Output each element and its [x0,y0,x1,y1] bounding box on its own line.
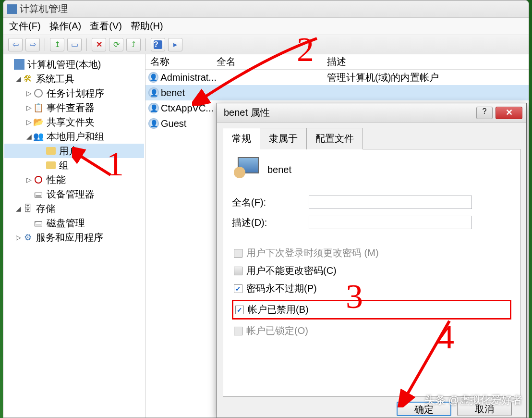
tabs: 常规 隶属于 配置文件 [223,128,520,149]
tree-label: 系统工具 [36,73,74,86]
storage-icon: 🗄 [23,203,33,214]
description-row: 描述(D): [232,216,511,229]
separator [86,38,87,51]
refresh-button[interactable]: ⟳ [109,38,123,51]
folder-up-icon: ↥ [54,40,60,49]
user-icon: 👤 [148,72,158,83]
tree-label: 本地用户和组 [47,130,104,143]
tree-groups[interactable]: 组 [4,158,144,172]
dialog-help-button[interactable]: ? [476,107,493,119]
fullname-label: 全名(F): [232,196,309,209]
users-group-icon: 👥 [33,131,44,142]
properties-button[interactable]: ▸ [168,38,182,51]
list-row-administrator[interactable]: 👤Administrat... 管理计算机(域)的内置帐户 [145,70,529,85]
watermark-text: 头条 @虚拟化爱好者 [424,393,522,407]
expander-icon[interactable]: ▷ [25,118,32,126]
tree-storage[interactable]: ◢ 🗄 存储 [4,201,144,216]
dialog-close-button[interactable]: ✕ [496,107,522,119]
delete-icon: ✕ [96,40,102,49]
export-icon: ⤴ [132,40,135,49]
tree-root[interactable]: 计算机管理(本地) [4,57,144,72]
col-fullname[interactable]: 全名 [217,55,327,68]
menu-help[interactable]: 帮助(H) [131,20,163,33]
user-icon: 👤 [148,87,159,98]
checkbox-label: 密码永不过期(P) [246,282,317,295]
shared-icon: 📂 [33,117,44,127]
description-label: 描述(D): [232,216,309,229]
dialog-body: 常规 隶属于 配置文件 benet 全名(F): 描述(D): [217,123,526,418]
help-icon: ? [154,40,162,49]
checkbox-icon [234,249,242,258]
dialog-titlebar[interactable]: benet 属性 ? ✕ [217,103,526,123]
tab-memberof[interactable]: 隶属于 [260,128,307,149]
fullname-input[interactable] [309,196,472,209]
user-avatar-icon [234,157,259,182]
expander-icon[interactable]: ◢ [25,133,32,140]
folder-icon [46,160,56,171]
help-button[interactable]: ? [151,38,165,51]
separator [145,38,146,51]
tree-label: 设备管理器 [47,188,95,201]
col-description[interactable]: 描述 [327,55,529,68]
expander-icon[interactable]: ▷ [25,176,32,184]
delete-button[interactable]: ✕ [92,38,106,51]
tree-disk-management[interactable]: 🖴 磁盘管理 [4,216,144,230]
app-icon [7,4,17,14]
window-title: 计算机管理 [20,2,68,15]
tree-label: 计算机管理(本地) [27,58,101,71]
list-row-benet[interactable]: 👤benet [145,85,529,100]
help-icon: ? [483,107,487,115]
col-name[interactable]: 名称 [145,55,217,68]
tree-services-apps[interactable]: ▷ ⚙ 服务和应用程序 [4,230,144,245]
close-icon: ✕ [506,108,513,117]
row-name: Guest [161,118,186,129]
tab-profile[interactable]: 配置文件 [306,128,363,149]
fullname-row: 全名(F): [232,196,511,209]
disk-icon: 🖴 [33,218,44,228]
expander-icon[interactable]: ▷ [25,104,32,111]
clock-icon [33,88,44,98]
tree-performance[interactable]: ▷ 性能 [4,172,144,187]
menu-view[interactable]: 查看(V) [90,20,122,33]
tree-label: 组 [59,159,69,172]
checkbox-label: 用户不能更改密码(C) [246,264,337,277]
tree-system-tools[interactable]: ◢ 🛠 系统工具 [4,72,144,86]
menu-file[interactable]: 文件(F) [9,20,41,33]
checkbox-icon [235,306,244,314]
toolbar: ⇦ ⇨ ↥ ▭ ✕ ⟳ ⤴ ? ▸ [3,35,529,54]
tree-label: 服务和应用程序 [36,231,103,244]
expander-icon[interactable]: ◢ [15,205,22,212]
up-button[interactable]: ↥ [50,38,64,51]
checkbox-row-locked: 帐户已锁定(O) [234,324,511,337]
performance-icon [33,174,44,185]
tree-shared-folders[interactable]: ▷ 📂 共享文件夹 [4,115,144,129]
row-name: benet [161,87,185,98]
tree-device-manager[interactable]: 🖴 设备管理器 [4,187,144,201]
checkbox-row-cant-change[interactable]: 用户不能更改密码(C) [234,264,511,277]
tree-users[interactable]: 用户 [4,144,144,158]
expander-icon[interactable]: ▷ [25,89,32,97]
computer-icon [14,59,24,70]
tree-label: 用户 [59,145,78,158]
tree-task-scheduler[interactable]: ▷ 任务计划程序 [4,86,144,100]
tab-general[interactable]: 常规 [223,128,260,149]
checkbox-row-never-expire[interactable]: 密码永不过期(P) [234,282,511,295]
export-button[interactable]: ⤴ [126,38,141,51]
checkbox-icon [234,284,242,293]
forward-button[interactable]: ⇨ [25,38,40,51]
checkbox-label: 用户下次登录时须更改密码 (M) [246,246,379,259]
expander-icon[interactable]: ▷ [15,234,22,241]
tree-local-users[interactable]: ◢ 👥 本地用户和组 [4,129,144,144]
services-icon: ⚙ [23,232,33,243]
description-input[interactable] [309,216,472,229]
tree-event-viewer[interactable]: ▷ 📋 事件查看器 [4,100,144,115]
show-hide-button[interactable]: ▭ [67,38,82,51]
expander-icon[interactable]: ◢ [15,75,22,83]
row-name: CtxAppVC... [161,103,214,114]
back-button[interactable]: ⇦ [8,38,23,51]
checkbox-row-disabled[interactable]: 帐户已禁用(B) [232,300,511,320]
menubar: 文件(F) 操作(A) 查看(V) 帮助(H) [3,18,529,35]
folder-icon [46,146,56,156]
menu-action[interactable]: 操作(A) [49,20,82,33]
back-icon: ⇦ [12,40,19,49]
